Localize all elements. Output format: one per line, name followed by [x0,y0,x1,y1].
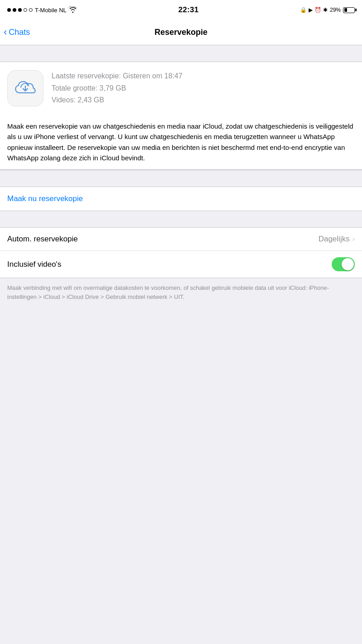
backup-details: Laatste reservekopie: Gisteren om 18:47 … [52,71,182,105]
carrier-label: T-Mobile NL [35,7,67,14]
page-title: Reservekopie [154,28,207,37]
signal-dot-3 [18,8,22,12]
cloud-icon-box [7,70,43,106]
description-section: Maak een reservekopie van uw chatgeschie… [0,115,362,170]
footer-note-text: Maak verbinding met wifi om overmatige d… [7,284,355,301]
mid-gap-1 [0,170,362,187]
footer-note: Maak verbinding met wifi om overmatige d… [0,278,362,310]
backup-now-section: Maak nu reservekopie [0,187,362,211]
mid-gap-2 [0,211,362,227]
back-chevron-icon: ‹ [4,27,7,37]
location-icon: ▶ [309,7,313,13]
backup-now-button[interactable]: Maak nu reservekopie [7,194,83,203]
auto-backup-current-value: Dagelijks [319,235,350,244]
status-bar: T-Mobile NL 22:31 🔒 ▶ ⏰ ✱ 29% [0,0,362,20]
toggle-knob [342,258,354,270]
signal-dots [7,8,33,12]
status-left: T-Mobile NL [7,6,77,14]
backup-info-row: Laatste reservekopie: Gisteren om 18:47 … [0,62,362,115]
signal-dot-1 [7,8,11,12]
auto-backup-value: Dagelijks › [319,235,355,244]
videos-size-label: Videos: 2,43 GB [52,95,182,105]
nav-bar: ‹ Chats Reservekopie [0,20,362,45]
top-gap [0,45,362,62]
back-label: Chats [9,28,30,37]
description-text: Maak een reservekopie van uw chatgeschie… [7,121,355,163]
backup-info-card: Laatste reservekopie: Gisteren om 18:47 … [0,62,362,170]
status-time: 22:31 [178,5,199,14]
wifi-icon [69,6,77,14]
back-button[interactable]: ‹ Chats [4,28,30,37]
signal-dot-5 [29,8,33,12]
include-videos-row: Inclusief video's [0,250,362,278]
bluetooth-icon: ✱ [323,7,328,13]
alarm-icon: ⏰ [314,7,321,13]
auto-backup-row[interactable]: Autom. reservekopie Dagelijks › [0,228,362,250]
battery-icon [343,7,355,13]
icloud-icon [14,79,37,97]
last-backup-label: Laatste reservekopie: Gisteren om 18:47 [52,71,182,81]
include-videos-label: Inclusief video's [7,260,61,269]
battery-percent: 29% [330,7,341,13]
lock-icon: 🔒 [300,7,307,13]
auto-backup-label: Autom. reservekopie [7,235,78,244]
settings-section: Autom. reservekopie Dagelijks › Inclusie… [0,227,362,278]
status-right: 🔒 ▶ ⏰ ✱ 29% [300,7,355,13]
include-videos-toggle[interactable] [332,257,355,271]
signal-dot-2 [13,8,16,12]
chevron-right-icon: › [352,235,355,243]
status-icons: 🔒 ▶ ⏰ ✱ [300,7,328,13]
signal-dot-4 [24,8,27,12]
total-size-label: Totale grootte: 3,79 GB [52,83,182,93]
